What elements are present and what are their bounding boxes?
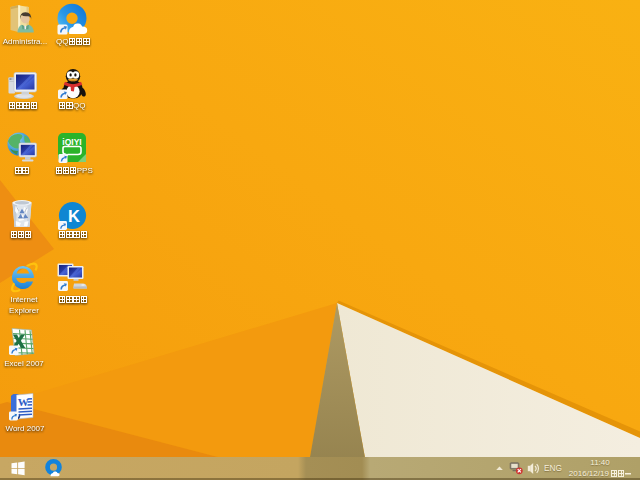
svg-text:W: W <box>18 396 29 408</box>
svg-text:K: K <box>68 207 80 225</box>
svg-text:iQIYI: iQIYI <box>62 137 81 147</box>
